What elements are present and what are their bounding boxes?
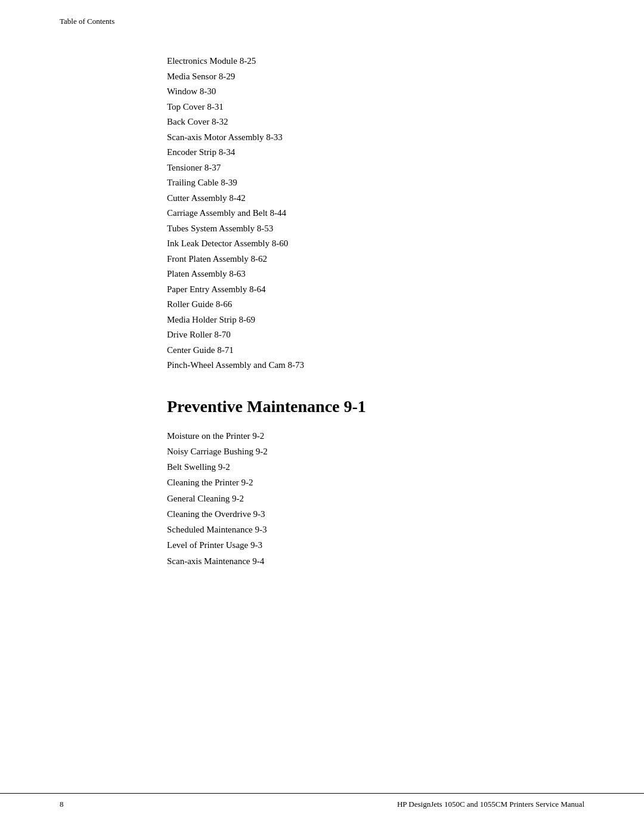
list-item: General Cleaning 9-2 xyxy=(167,491,584,506)
toc-list-part8: Electronics Module 8-25Media Sensor 8-29… xyxy=(167,54,584,373)
footer-title: HP DesignJets 1050C and 1055CM Printers … xyxy=(397,800,584,809)
list-item: Roller Guide 8-66 xyxy=(167,297,584,312)
toc-list-part9: Moisture on the Printer 9-2Noisy Carriag… xyxy=(167,428,584,569)
footer-page-number: 8 xyxy=(60,800,64,809)
section9-heading: Preventive Maintenance 9-1 xyxy=(167,397,584,416)
list-item: Carriage Assembly and Belt 8-44 xyxy=(167,206,584,221)
list-item: Pinch-Wheel Assembly and Cam 8-73 xyxy=(167,358,584,373)
list-item: Scan-axis Maintenance 9-4 xyxy=(167,553,584,569)
list-item: Trailing Cable 8-39 xyxy=(167,175,584,191)
list-item: Media Holder Strip 8-69 xyxy=(167,312,584,328)
list-item: Paper Entry Assembly 8-64 xyxy=(167,282,584,298)
list-item: Belt Swelling 9-2 xyxy=(167,459,584,475)
list-item: Cutter Assembly 8-42 xyxy=(167,191,584,206)
list-item: Cleaning the Printer 9-2 xyxy=(167,475,584,490)
page: Table of Contents Electronics Module 8-2… xyxy=(0,0,644,833)
list-item: Electronics Module 8-25 xyxy=(167,54,584,69)
list-item: Moisture on the Printer 9-2 xyxy=(167,428,584,444)
list-item: Noisy Carriage Bushing 9-2 xyxy=(167,444,584,459)
list-item: Back Cover 8-32 xyxy=(167,114,584,130)
header-label: Table of Contents xyxy=(60,17,114,26)
list-item: Front Platen Assembly 8-62 xyxy=(167,252,584,267)
list-item: Window 8-30 xyxy=(167,84,584,100)
list-item: Tensioner 8-37 xyxy=(167,160,584,176)
list-item: Drive Roller 8-70 xyxy=(167,327,584,343)
footer: 8 HP DesignJets 1050C and 1055CM Printer… xyxy=(0,793,644,809)
list-item: Tubes System Assembly 8-53 xyxy=(167,221,584,237)
list-item: Center Guide 8-71 xyxy=(167,343,584,358)
list-item: Scan-axis Motor Assembly 8-33 xyxy=(167,130,584,145)
list-item: Top Cover 8-31 xyxy=(167,100,584,115)
list-item: Ink Leak Detector Assembly 8-60 xyxy=(167,236,584,252)
list-item: Level of Printer Usage 9-3 xyxy=(167,537,584,553)
list-item: Platen Assembly 8-63 xyxy=(167,267,584,282)
list-item: Scheduled Maintenance 9-3 xyxy=(167,522,584,537)
list-item: Media Sensor 8-29 xyxy=(167,69,584,85)
list-item: Cleaning the Overdrive 9-3 xyxy=(167,506,584,522)
content: Electronics Module 8-25Media Sensor 8-29… xyxy=(0,0,644,640)
list-item: Encoder Strip 8-34 xyxy=(167,145,584,160)
